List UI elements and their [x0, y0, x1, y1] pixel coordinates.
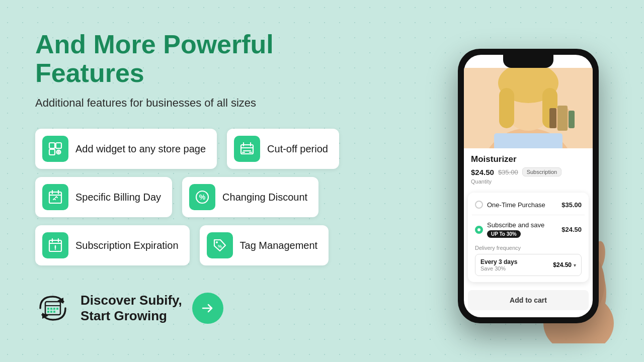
delivery-price-row: $24.50 ▾ [553, 261, 576, 268]
cutoff-icon-box [234, 136, 260, 162]
product-name: Moisturizer [471, 154, 586, 164]
one-time-option-left: One-Time Purchase [475, 201, 545, 209]
svg-rect-2 [49, 149, 55, 155]
feature-expiration-label: Subscription Expiration [75, 240, 179, 251]
svg-rect-31 [50, 308, 52, 310]
feature-discount-label: Changing Discount [222, 192, 307, 203]
subscribe-price: $24.50 [561, 226, 582, 233]
price-original: $35.00 [498, 168, 518, 176]
svg-point-23 [55, 249, 56, 250]
save-badge: UP To 30% [487, 230, 521, 238]
feature-tag-label: Tag Management [240, 240, 318, 251]
subscribe-text-group: Subscribe and save UP To 30% [487, 221, 544, 238]
chevron-down-icon: ▾ [574, 262, 576, 268]
purchase-options: One-Time Purchase $35.00 Subscribe and s… [468, 193, 589, 282]
features-row-2: Specific Billing Day % Changing Discount [35, 177, 382, 217]
arrow-right-icon [201, 301, 215, 315]
right-section: Moisturizer $24.50 $35.00 Subscription Q… [413, 0, 644, 362]
delivery-option-left: Every 3 days Save 30% [480, 258, 517, 272]
widget-icon [48, 141, 63, 156]
feature-cutoff: Cut-off period [227, 129, 339, 169]
cta-calendar-icon [35, 291, 70, 326]
one-time-radio[interactable] [475, 201, 483, 209]
tag-icon: % [212, 238, 227, 253]
subscribe-radio[interactable] [475, 226, 483, 234]
cta-arrow-button[interactable] [192, 293, 223, 324]
features-row-3: Subscription Expiration % Tag Management [35, 225, 382, 265]
cta-section: Discover Subify, Start Growing [35, 291, 382, 326]
feature-changing-discount: % Changing Discount [182, 177, 318, 217]
feature-add-widget: Add widget to any store page [35, 129, 217, 169]
subscription-badge: Subscription [522, 167, 562, 176]
one-time-option-row[interactable]: One-Time Purchase $35.00 [472, 197, 585, 213]
cta-line1: Discover Subify, [80, 293, 182, 308]
subscribe-option-row[interactable]: Subscribe and save UP To 30% $24.50 [472, 217, 585, 242]
subscribe-option-left: Subscribe and save UP To 30% [475, 221, 544, 238]
svg-rect-0 [49, 143, 55, 148]
billing-icon-box [42, 184, 68, 210]
svg-rect-32 [53, 308, 55, 310]
svg-rect-30 [47, 308, 49, 310]
svg-rect-44 [494, 133, 562, 148]
feature-cutoff-label: Cut-off period [267, 143, 328, 155]
feature-add-widget-label: Add widget to any store page [75, 143, 206, 155]
svg-rect-35 [53, 311, 55, 313]
svg-text:%: % [218, 244, 222, 249]
feature-billing-label: Specific Billing Day [75, 192, 161, 203]
expiration-icon-box [42, 232, 68, 258]
subtitle: Additional features for businesses of al… [35, 97, 382, 110]
expiration-icon [48, 238, 63, 253]
feature-expiration: Subscription Expiration [35, 225, 190, 265]
cutoff-icon [239, 141, 255, 156]
features-row-1: Add widget to any store page [35, 129, 382, 169]
phone-mockup: Moisturizer $24.50 $35.00 Subscription Q… [458, 49, 599, 323]
price-discounted: $24.50 [471, 168, 494, 176]
widget-icon-box [42, 136, 68, 162]
feature-billing-day: Specific Billing Day [35, 177, 172, 217]
delivery-save: Save 30% [480, 265, 517, 272]
option-divider [472, 215, 585, 215]
svg-rect-36 [56, 308, 58, 310]
svg-rect-42 [499, 88, 514, 128]
one-time-label: One-Time Purchase [487, 201, 545, 209]
phone-shell: Moisturizer $24.50 $35.00 Subscription Q… [458, 49, 599, 323]
svg-rect-46 [549, 108, 556, 128]
cta-text-block: Discover Subify, Start Growing [80, 293, 182, 324]
feature-tag-management: % Tag Management [200, 225, 329, 265]
discount-icon-box: % [189, 184, 215, 210]
product-image-area [464, 68, 593, 148]
quantity-label: Quantity [471, 178, 586, 185]
svg-rect-33 [47, 311, 49, 313]
svg-rect-1 [56, 143, 61, 148]
add-to-cart-button[interactable]: Add to cart [468, 290, 589, 310]
billing-icon [48, 190, 63, 205]
discount-icon: % [195, 190, 210, 205]
svg-point-24 [216, 241, 218, 243]
svg-text:%: % [199, 193, 206, 201]
phone-screen: Moisturizer $24.50 $35.00 Subscription Q… [464, 55, 593, 317]
svg-rect-48 [569, 111, 575, 128]
phone-notch [503, 55, 553, 68]
cta-line2: Start Growing [80, 308, 182, 324]
svg-rect-34 [50, 311, 52, 313]
one-time-price: $35.00 [561, 201, 582, 209]
delivery-section: Delivery frequency Every 3 days Save 30%… [472, 242, 585, 278]
product-image-svg [464, 68, 593, 148]
main-title: And More Powerful Features [35, 30, 382, 87]
delivery-option[interactable]: Every 3 days Save 30% $24.50 ▾ [475, 254, 582, 276]
product-info: Moisturizer $24.50 $35.00 Subscription Q… [464, 148, 593, 193]
delivery-freq: Every 3 days [480, 258, 517, 265]
price-row: $24.50 $35.00 Subscription [471, 167, 586, 176]
delivery-price: $24.50 [553, 261, 572, 268]
features-grid: Add widget to any store page [35, 129, 382, 265]
subscribe-label: Subscribe and save [487, 221, 544, 229]
page-container: And More Powerful Features Additional fe… [0, 0, 644, 362]
delivery-label: Delivery frequency [475, 245, 582, 251]
svg-rect-47 [557, 106, 568, 131]
left-section: And More Powerful Features Additional fe… [0, 0, 413, 362]
tag-icon-box: % [207, 232, 233, 258]
